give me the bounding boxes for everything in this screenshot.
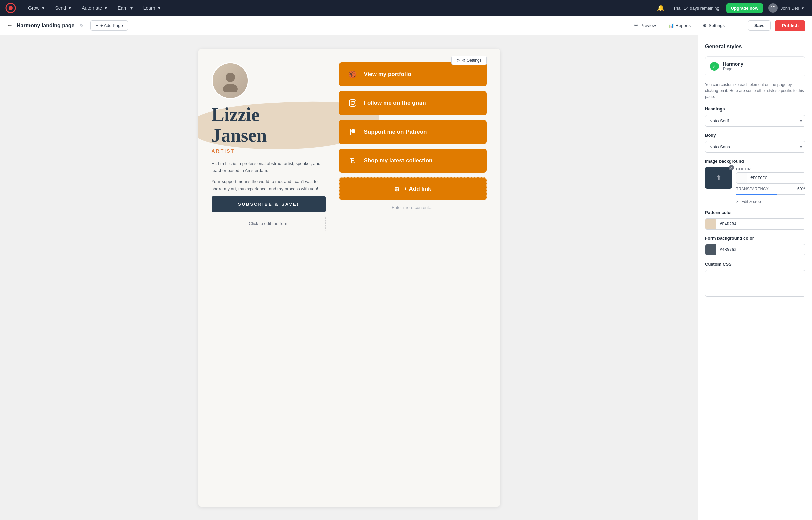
nav-grow[interactable]: Grow	[24, 3, 48, 13]
svg-point-7	[351, 129, 355, 133]
gear-icon: ⚙	[457, 58, 460, 62]
custom-css-section	[705, 270, 805, 298]
crop-icon: ✂	[736, 199, 739, 204]
svg-point-3	[223, 84, 238, 93]
custom-css-label: Custom CSS	[705, 261, 805, 266]
form-edit-area[interactable]: Click to edit the form	[212, 216, 326, 231]
color-input-row	[736, 173, 805, 184]
page-title: Harmony landing page	[17, 23, 74, 29]
form-bg-label: Form background color	[705, 236, 805, 241]
body-dropdown[interactable]: Noto Sans	[705, 141, 805, 153]
body-label: Body	[705, 133, 805, 138]
avatar[interactable]	[212, 62, 249, 99]
body-dropdown-wrap: Noto Sans ▾	[705, 141, 805, 153]
notifications-icon[interactable]: 🔔	[655, 2, 666, 14]
svg-point-5	[351, 101, 354, 105]
save-button[interactable]: Save	[748, 20, 771, 31]
pattern-color-swatch[interactable]	[706, 219, 716, 229]
panel-description: You can customize each element on the pa…	[705, 82, 805, 100]
remove-image-button[interactable]: ✕	[729, 165, 734, 171]
upload-icon: ⬆	[716, 174, 721, 182]
upgrade-button[interactable]: Upgrade now	[726, 3, 763, 13]
settings-icon: ⚙	[703, 23, 707, 28]
nav-learn[interactable]: Learn	[140, 3, 165, 13]
learn-chevron-icon	[156, 5, 160, 11]
check-icon: ✓	[710, 62, 719, 71]
nav-earn[interactable]: Earn	[114, 3, 137, 13]
plus-circle-icon: ⊕	[394, 185, 400, 193]
profile-bio-2: Your support means the world to me, and …	[212, 179, 326, 192]
svg-rect-8	[350, 129, 351, 135]
left-column: Lizzie Jansen ARTIST Hi, I'm Lizzie, a p…	[212, 62, 326, 297]
svg-point-6	[354, 101, 355, 102]
instagram-link-button[interactable]: Follow me on the gram	[339, 91, 487, 115]
svg-point-1	[9, 6, 13, 10]
preview-button[interactable]: 👁 Preview	[630, 21, 660, 30]
reports-icon: 📊	[668, 23, 673, 28]
enter-content-placeholder: Enter more content....	[339, 205, 487, 210]
earn-chevron-icon	[129, 5, 133, 11]
color-swatch[interactable]	[736, 173, 747, 183]
logo[interactable]	[5, 3, 16, 14]
subscribe-button[interactable]: SUBSCRIBE & SAVE!	[212, 196, 326, 212]
image-bg-thumbnail[interactable]: ✕ ⬆	[705, 167, 732, 188]
settings-button[interactable]: ⚙ Settings	[699, 21, 729, 30]
avatar: JD	[768, 3, 778, 13]
more-options-button[interactable]: ⋯	[733, 21, 744, 31]
nav-send[interactable]: Send	[51, 3, 75, 13]
edit-crop-button[interactable]: ✂ Edit & crop	[736, 199, 805, 204]
custom-css-textarea[interactable]	[705, 270, 805, 297]
form-bg-input-row	[705, 244, 805, 256]
form-bg-section	[705, 244, 805, 256]
image-bg-section: ✕ ⬆ COLOR TRANSPARENCY 60% ✂	[705, 167, 805, 204]
image-bg-controls: COLOR TRANSPARENCY 60% ✂ Edit & crop	[736, 167, 805, 204]
headings-dropdown-wrap: Noto Serif ▾	[705, 115, 805, 127]
basketball-icon: 🏀	[347, 69, 358, 80]
image-bg-label: Image background	[705, 159, 805, 164]
add-link-button[interactable]: ⊕ + Add link	[339, 178, 487, 200]
preview-icon: 👁	[634, 23, 638, 28]
transparency-slider[interactable]	[736, 194, 805, 195]
patreon-link-button[interactable]: Support me on Patreon	[339, 120, 487, 144]
publish-button[interactable]: Publish	[775, 20, 805, 31]
back-button[interactable]: ←	[7, 22, 13, 29]
top-nav: Grow Send Automate Earn Learn 🔔 Trial: 1…	[0, 0, 812, 16]
etsy-link-button[interactable]: E Shop my latest collection	[339, 149, 487, 173]
add-page-button[interactable]: + + Add Page	[91, 20, 128, 31]
page-content: Lizzie Jansen ARTIST Hi, I'm Lizzie, a p…	[198, 49, 500, 310]
color-label: COLOR	[736, 167, 805, 171]
right-column: ⚙ ⚙ Settings 🏀 View my portfolio	[339, 62, 487, 297]
user-menu[interactable]: JD John Des ▾	[766, 2, 807, 14]
headings-label: Headings	[705, 106, 805, 111]
grow-chevron-icon	[41, 5, 44, 11]
etsy-icon: E	[347, 155, 358, 166]
profile-title: ARTIST	[212, 148, 326, 154]
portfolio-link-button[interactable]: 🏀 View my portfolio	[339, 62, 487, 86]
panel-title: General styles	[705, 44, 805, 50]
pattern-color-input[interactable]	[716, 220, 805, 228]
profile-name: Lizzie Jansen	[212, 104, 326, 146]
edit-title-icon[interactable]: ✎	[80, 23, 84, 28]
avatar-image	[213, 62, 248, 99]
main-layout: Lizzie Jansen ARTIST Hi, I'm Lizzie, a p…	[0, 35, 812, 520]
svg-point-2	[225, 73, 235, 82]
form-bg-swatch[interactable]	[706, 244, 716, 255]
color-input[interactable]	[747, 174, 805, 182]
section-settings-button[interactable]: ⚙ ⚙ Settings	[451, 56, 487, 65]
pattern-color-label: Pattern color	[705, 210, 805, 215]
toolbar: ← Harmony landing page ✎ + + Add Page 👁 …	[0, 16, 812, 35]
profile-bio-1: Hi, I'm Lizzie, a professional abstract …	[212, 160, 326, 175]
headings-dropdown[interactable]: Noto Serif	[705, 115, 805, 127]
page-card-info: Harmony Page	[723, 61, 743, 71]
page-card[interactable]: ✓ Harmony Page	[705, 56, 805, 76]
nav-automate[interactable]: Automate	[78, 3, 111, 13]
transparency-value: 60%	[797, 186, 805, 191]
reports-button[interactable]: 📊 Reports	[664, 21, 695, 30]
pattern-color-input-row	[705, 218, 805, 230]
transparency-label: TRANSPARENCY	[736, 186, 794, 191]
pattern-color-section	[705, 218, 805, 230]
plus-icon: +	[96, 23, 98, 28]
patreon-icon	[347, 127, 358, 137]
form-bg-input[interactable]	[716, 245, 805, 254]
send-chevron-icon	[67, 5, 71, 11]
